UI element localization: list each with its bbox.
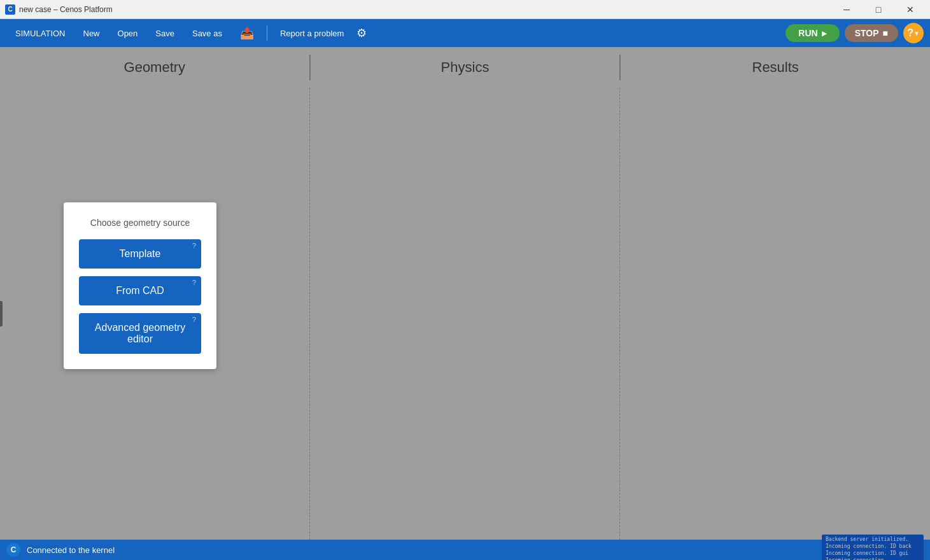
- save-as-menu-item[interactable]: Save as: [183, 19, 231, 47]
- physics-column-header: Physics: [311, 59, 620, 76]
- physics-column: [311, 88, 620, 540]
- advanced-geometry-button[interactable]: Advanced geometry editor ?: [79, 313, 201, 354]
- physics-label: Physics: [441, 59, 490, 75]
- new-menu-item[interactable]: New: [74, 19, 109, 47]
- columns-area: Choose geometry source Template ? From C…: [0, 88, 930, 540]
- settings-icon[interactable]: ⚙: [353, 19, 370, 47]
- app-icon: C: [5, 4, 15, 15]
- from-cad-help-icon: ?: [192, 279, 196, 286]
- column-headers: Geometry Physics Results: [0, 47, 930, 88]
- geometry-column-header: Geometry: [0, 59, 309, 76]
- run-label: RUN: [798, 28, 817, 38]
- maximize-button[interactable]: □: [864, 0, 893, 19]
- main-area: Geometry Physics Results Choose geometry…: [0, 47, 930, 540]
- template-label: Template: [120, 248, 161, 259]
- titlebar: C new case – Cenos Platform ─ □ ✕: [0, 0, 930, 19]
- play-icon: ▶: [822, 30, 827, 37]
- minimize-button[interactable]: ─: [832, 0, 861, 19]
- simulation-menu[interactable]: SIMULATION: [6, 19, 74, 47]
- statusbar: C Connected to the kernel Backend server…: [0, 540, 930, 560]
- help-label: ?: [907, 27, 913, 39]
- template-help-icon: ?: [192, 242, 196, 249]
- geometry-source-card: Choose geometry source Template ? From C…: [64, 202, 216, 369]
- menubar: SIMULATION New Open Save Save as 📤 Repor…: [0, 19, 930, 47]
- window-controls: ─ □ ✕: [832, 0, 925, 19]
- save-menu-item[interactable]: Save: [146, 19, 183, 47]
- from-cad-button[interactable]: From CAD ?: [79, 276, 201, 305]
- close-button[interactable]: ✕: [896, 0, 925, 19]
- stop-icon: ■: [883, 28, 888, 38]
- upload-icon[interactable]: 📤: [231, 19, 263, 47]
- results-label: Results: [752, 59, 799, 75]
- window-title: new case – Cenos Platform: [19, 5, 832, 14]
- run-button[interactable]: RUN ▶: [786, 24, 839, 42]
- results-column-header: Results: [621, 59, 930, 76]
- geometry-label: Geometry: [124, 59, 186, 75]
- menu-separator: [267, 25, 267, 41]
- stop-button[interactable]: STOP ■: [845, 24, 898, 42]
- statusbar-text: Connected to the kernel: [27, 545, 115, 555]
- advanced-help-icon: ?: [192, 316, 196, 323]
- stop-label: STOP: [855, 28, 879, 38]
- help-button[interactable]: ? ▼: [903, 23, 924, 43]
- report-problem-item[interactable]: Report a problem: [271, 19, 353, 47]
- card-title: Choose geometry source: [79, 218, 201, 228]
- open-menu-item[interactable]: Open: [109, 19, 147, 47]
- from-cad-label: From CAD: [116, 285, 164, 296]
- geometry-column: Choose geometry source Template ? From C…: [0, 88, 309, 540]
- advanced-geometry-label: Advanced geometry editor: [95, 322, 185, 344]
- template-button[interactable]: Template ?: [79, 239, 201, 269]
- statusbar-app-icon: C: [6, 543, 20, 557]
- results-column: [621, 88, 930, 540]
